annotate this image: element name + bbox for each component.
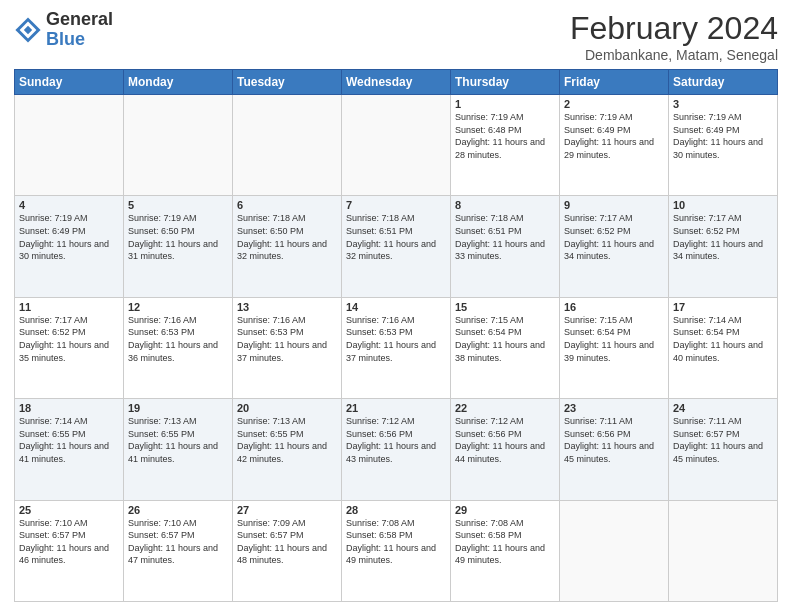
table-row bbox=[15, 95, 124, 196]
day-number: 9 bbox=[564, 199, 664, 211]
calendar-row: 25Sunrise: 7:10 AM Sunset: 6:57 PM Dayli… bbox=[15, 500, 778, 601]
day-number: 26 bbox=[128, 504, 228, 516]
day-info: Sunrise: 7:17 AM Sunset: 6:52 PM Dayligh… bbox=[673, 212, 773, 262]
day-info: Sunrise: 7:18 AM Sunset: 6:51 PM Dayligh… bbox=[346, 212, 446, 262]
table-row: 8Sunrise: 7:18 AM Sunset: 6:51 PM Daylig… bbox=[451, 196, 560, 297]
day-number: 14 bbox=[346, 301, 446, 313]
table-row: 16Sunrise: 7:15 AM Sunset: 6:54 PM Dayli… bbox=[560, 297, 669, 398]
header-saturday: Saturday bbox=[669, 70, 778, 95]
table-row: 10Sunrise: 7:17 AM Sunset: 6:52 PM Dayli… bbox=[669, 196, 778, 297]
day-number: 19 bbox=[128, 402, 228, 414]
logo-general-text: General bbox=[46, 10, 113, 30]
table-row: 11Sunrise: 7:17 AM Sunset: 6:52 PM Dayli… bbox=[15, 297, 124, 398]
header-wednesday: Wednesday bbox=[342, 70, 451, 95]
header: General Blue February 2024 Dembankane, M… bbox=[14, 10, 778, 63]
day-number: 11 bbox=[19, 301, 119, 313]
calendar-row: 1Sunrise: 7:19 AM Sunset: 6:48 PM Daylig… bbox=[15, 95, 778, 196]
day-info: Sunrise: 7:08 AM Sunset: 6:58 PM Dayligh… bbox=[346, 517, 446, 567]
day-number: 23 bbox=[564, 402, 664, 414]
day-info: Sunrise: 7:10 AM Sunset: 6:57 PM Dayligh… bbox=[19, 517, 119, 567]
day-info: Sunrise: 7:16 AM Sunset: 6:53 PM Dayligh… bbox=[237, 314, 337, 364]
day-info: Sunrise: 7:16 AM Sunset: 6:53 PM Dayligh… bbox=[128, 314, 228, 364]
header-thursday: Thursday bbox=[451, 70, 560, 95]
table-row: 13Sunrise: 7:16 AM Sunset: 6:53 PM Dayli… bbox=[233, 297, 342, 398]
table-row: 28Sunrise: 7:08 AM Sunset: 6:58 PM Dayli… bbox=[342, 500, 451, 601]
table-row: 26Sunrise: 7:10 AM Sunset: 6:57 PM Dayli… bbox=[124, 500, 233, 601]
day-info: Sunrise: 7:11 AM Sunset: 6:57 PM Dayligh… bbox=[673, 415, 773, 465]
table-row: 19Sunrise: 7:13 AM Sunset: 6:55 PM Dayli… bbox=[124, 399, 233, 500]
day-number: 18 bbox=[19, 402, 119, 414]
table-row: 18Sunrise: 7:14 AM Sunset: 6:55 PM Dayli… bbox=[15, 399, 124, 500]
day-number: 22 bbox=[455, 402, 555, 414]
day-number: 24 bbox=[673, 402, 773, 414]
day-info: Sunrise: 7:10 AM Sunset: 6:57 PM Dayligh… bbox=[128, 517, 228, 567]
day-info: Sunrise: 7:13 AM Sunset: 6:55 PM Dayligh… bbox=[128, 415, 228, 465]
day-info: Sunrise: 7:19 AM Sunset: 6:49 PM Dayligh… bbox=[19, 212, 119, 262]
header-friday: Friday bbox=[560, 70, 669, 95]
day-number: 10 bbox=[673, 199, 773, 211]
table-row: 23Sunrise: 7:11 AM Sunset: 6:56 PM Dayli… bbox=[560, 399, 669, 500]
table-row: 7Sunrise: 7:18 AM Sunset: 6:51 PM Daylig… bbox=[342, 196, 451, 297]
table-row: 4Sunrise: 7:19 AM Sunset: 6:49 PM Daylig… bbox=[15, 196, 124, 297]
day-number: 12 bbox=[128, 301, 228, 313]
day-info: Sunrise: 7:12 AM Sunset: 6:56 PM Dayligh… bbox=[455, 415, 555, 465]
table-row: 24Sunrise: 7:11 AM Sunset: 6:57 PM Dayli… bbox=[669, 399, 778, 500]
day-info: Sunrise: 7:08 AM Sunset: 6:58 PM Dayligh… bbox=[455, 517, 555, 567]
table-row: 17Sunrise: 7:14 AM Sunset: 6:54 PM Dayli… bbox=[669, 297, 778, 398]
day-number: 25 bbox=[19, 504, 119, 516]
calendar-header-row: Sunday Monday Tuesday Wednesday Thursday… bbox=[15, 70, 778, 95]
day-info: Sunrise: 7:15 AM Sunset: 6:54 PM Dayligh… bbox=[564, 314, 664, 364]
table-row: 3Sunrise: 7:19 AM Sunset: 6:49 PM Daylig… bbox=[669, 95, 778, 196]
day-info: Sunrise: 7:12 AM Sunset: 6:56 PM Dayligh… bbox=[346, 415, 446, 465]
month-title: February 2024 bbox=[570, 10, 778, 47]
table-row: 5Sunrise: 7:19 AM Sunset: 6:50 PM Daylig… bbox=[124, 196, 233, 297]
day-info: Sunrise: 7:19 AM Sunset: 6:50 PM Dayligh… bbox=[128, 212, 228, 262]
day-number: 6 bbox=[237, 199, 337, 211]
table-row: 6Sunrise: 7:18 AM Sunset: 6:50 PM Daylig… bbox=[233, 196, 342, 297]
day-number: 28 bbox=[346, 504, 446, 516]
location: Dembankane, Matam, Senegal bbox=[570, 47, 778, 63]
calendar-row: 4Sunrise: 7:19 AM Sunset: 6:49 PM Daylig… bbox=[15, 196, 778, 297]
table-row: 21Sunrise: 7:12 AM Sunset: 6:56 PM Dayli… bbox=[342, 399, 451, 500]
table-row: 25Sunrise: 7:10 AM Sunset: 6:57 PM Dayli… bbox=[15, 500, 124, 601]
table-row: 20Sunrise: 7:13 AM Sunset: 6:55 PM Dayli… bbox=[233, 399, 342, 500]
table-row: 15Sunrise: 7:15 AM Sunset: 6:54 PM Dayli… bbox=[451, 297, 560, 398]
table-row bbox=[560, 500, 669, 601]
table-row: 9Sunrise: 7:17 AM Sunset: 6:52 PM Daylig… bbox=[560, 196, 669, 297]
title-block: February 2024 Dembankane, Matam, Senegal bbox=[570, 10, 778, 63]
table-row: 12Sunrise: 7:16 AM Sunset: 6:53 PM Dayli… bbox=[124, 297, 233, 398]
header-tuesday: Tuesday bbox=[233, 70, 342, 95]
logo: General Blue bbox=[14, 10, 113, 50]
logo-icon bbox=[14, 16, 42, 44]
day-info: Sunrise: 7:14 AM Sunset: 6:55 PM Dayligh… bbox=[19, 415, 119, 465]
day-info: Sunrise: 7:19 AM Sunset: 6:49 PM Dayligh… bbox=[564, 111, 664, 161]
day-number: 29 bbox=[455, 504, 555, 516]
day-info: Sunrise: 7:15 AM Sunset: 6:54 PM Dayligh… bbox=[455, 314, 555, 364]
day-info: Sunrise: 7:13 AM Sunset: 6:55 PM Dayligh… bbox=[237, 415, 337, 465]
table-row: 1Sunrise: 7:19 AM Sunset: 6:48 PM Daylig… bbox=[451, 95, 560, 196]
day-info: Sunrise: 7:18 AM Sunset: 6:51 PM Dayligh… bbox=[455, 212, 555, 262]
day-number: 5 bbox=[128, 199, 228, 211]
table-row: 22Sunrise: 7:12 AM Sunset: 6:56 PM Dayli… bbox=[451, 399, 560, 500]
page: General Blue February 2024 Dembankane, M… bbox=[0, 0, 792, 612]
logo-text: General Blue bbox=[46, 10, 113, 50]
day-number: 15 bbox=[455, 301, 555, 313]
day-info: Sunrise: 7:14 AM Sunset: 6:54 PM Dayligh… bbox=[673, 314, 773, 364]
day-number: 16 bbox=[564, 301, 664, 313]
day-info: Sunrise: 7:16 AM Sunset: 6:53 PM Dayligh… bbox=[346, 314, 446, 364]
calendar-table: Sunday Monday Tuesday Wednesday Thursday… bbox=[14, 69, 778, 602]
day-number: 17 bbox=[673, 301, 773, 313]
day-number: 20 bbox=[237, 402, 337, 414]
header-sunday: Sunday bbox=[15, 70, 124, 95]
day-number: 2 bbox=[564, 98, 664, 110]
day-info: Sunrise: 7:09 AM Sunset: 6:57 PM Dayligh… bbox=[237, 517, 337, 567]
day-number: 1 bbox=[455, 98, 555, 110]
day-number: 27 bbox=[237, 504, 337, 516]
calendar-row: 11Sunrise: 7:17 AM Sunset: 6:52 PM Dayli… bbox=[15, 297, 778, 398]
day-info: Sunrise: 7:17 AM Sunset: 6:52 PM Dayligh… bbox=[564, 212, 664, 262]
day-number: 4 bbox=[19, 199, 119, 211]
day-info: Sunrise: 7:18 AM Sunset: 6:50 PM Dayligh… bbox=[237, 212, 337, 262]
day-info: Sunrise: 7:17 AM Sunset: 6:52 PM Dayligh… bbox=[19, 314, 119, 364]
table-row bbox=[669, 500, 778, 601]
table-row: 2Sunrise: 7:19 AM Sunset: 6:49 PM Daylig… bbox=[560, 95, 669, 196]
